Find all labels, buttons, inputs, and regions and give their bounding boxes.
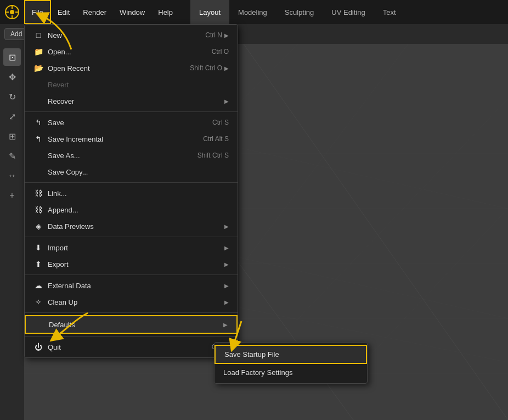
- menu-append-text: Append...: [48, 206, 78, 214]
- arrow-icon: ▶: [224, 261, 229, 267]
- menu-save-as-shortcut: Shift Ctrl S: [197, 152, 229, 159]
- menu-export-text: Export: [48, 260, 69, 268]
- tab-uv-editing-label: UV Editing: [331, 8, 365, 16]
- export-icon: ⬆: [33, 259, 43, 269]
- menu-link[interactable]: ⛓ Link...: [25, 185, 238, 201]
- help-menu-item[interactable]: Help: [151, 0, 179, 24]
- sidebar-add-icon[interactable]: +: [3, 187, 21, 204]
- recover-icon: [33, 96, 43, 106]
- menu-save-copy[interactable]: Save Copy...: [25, 164, 238, 180]
- menu-save-copy-text: Save Copy...: [48, 168, 88, 176]
- menu-append[interactable]: ⛓ Append...: [25, 201, 238, 218]
- menu-save-shortcut: Ctrl S: [212, 119, 229, 126]
- menu-link-text: Link...: [48, 189, 67, 198]
- menu-open[interactable]: 📁 Open... Ctrl O: [25, 43, 238, 60]
- sidebar-rotate-icon[interactable]: ↻: [3, 88, 21, 105]
- render-menu-item[interactable]: Render: [76, 0, 113, 24]
- menu-clean-up[interactable]: ✧ Clean Up ▶: [25, 294, 238, 310]
- submenu-save-startup[interactable]: Save Startup File: [215, 345, 367, 364]
- menu-data-previews[interactable]: ◈ Data Previews ▶: [25, 218, 238, 234]
- window-menu-item[interactable]: Window: [113, 0, 151, 24]
- menu-import[interactable]: ⬇ Import ▶: [25, 239, 238, 256]
- submenu-load-factory-label: Load Factory Settings: [223, 368, 292, 377]
- menu-new[interactable]: □ New Ctrl N ▶: [25, 27, 238, 43]
- menu-open-recent-shortcut: Shift Ctrl O ▶: [190, 64, 229, 72]
- menu-save-incremental-text: Save Incremental: [48, 135, 103, 143]
- data-previews-icon: ◈: [33, 221, 43, 231]
- open-recent-icon: 📂: [33, 63, 43, 73]
- menu-external-data[interactable]: ☁ External Data ▶: [25, 277, 238, 294]
- arrow-icon: ▶: [224, 299, 229, 305]
- arrow-icon: ▶: [224, 283, 229, 289]
- menu-open-shortcut: Ctrl O: [212, 48, 229, 55]
- menu-new-label-group: □ New: [33, 30, 62, 40]
- quit-icon: ⏻: [33, 342, 43, 352]
- menu-open-text: Open...: [48, 48, 71, 56]
- top-menu-bar: File Edit Render Window Help Layout Mode…: [0, 0, 508, 24]
- external-data-icon: ☁: [33, 281, 43, 290]
- menu-items: File Edit Render Window Help: [24, 0, 179, 24]
- file-menu-label: File: [32, 8, 43, 16]
- arrow-icon: ▶: [224, 223, 229, 229]
- tab-layout[interactable]: Layout: [190, 0, 229, 24]
- menu-save-as-text: Save As...: [48, 152, 80, 160]
- tab-modeling[interactable]: Modeling: [229, 0, 276, 24]
- save-as-icon: [33, 150, 43, 160]
- menu-external-data-text: External Data: [48, 282, 91, 290]
- menu-save-incremental[interactable]: ↰ Save Incremental Ctrl Alt S: [25, 131, 238, 147]
- svg-point-1: [10, 10, 14, 14]
- file-menu-item[interactable]: File: [24, 0, 51, 24]
- arrow-icon: ▶: [224, 245, 229, 251]
- menu-import-text: Import: [48, 244, 68, 252]
- menu-export[interactable]: ⬆ Export ▶: [25, 256, 238, 272]
- menu-save-incremental-shortcut: Ctrl Alt S: [203, 135, 229, 143]
- menu-recover[interactable]: Recover ▶: [25, 93, 238, 109]
- menu-recover-text: Recover: [48, 97, 74, 105]
- tab-text-label: Text: [383, 8, 396, 16]
- sidebar-transform-icon[interactable]: ⊞: [3, 127, 21, 145]
- window-menu-label: Window: [120, 8, 145, 16]
- menu-open-recent[interactable]: 📂 Open Recent Shift Ctrl O ▶: [25, 60, 238, 76]
- tab-layout-label: Layout: [199, 8, 221, 16]
- import-icon: ⬇: [33, 243, 43, 253]
- tab-modeling-label: Modeling: [238, 8, 267, 16]
- open-icon: 📁: [33, 47, 43, 57]
- tab-uv-editing[interactable]: UV Editing: [323, 0, 374, 24]
- sidebar-move-icon[interactable]: ✥: [3, 68, 21, 86]
- arrow-icon: ▶: [224, 98, 229, 104]
- sidebar-measure-icon[interactable]: ↔: [3, 167, 21, 184]
- separator-4: [25, 275, 238, 275]
- arrow-icon: ▶: [224, 65, 229, 71]
- menu-save[interactable]: ↰ Save Ctrl S: [25, 114, 238, 131]
- blender-logo[interactable]: [0, 0, 24, 24]
- tab-sculpting[interactable]: Sculpting: [276, 0, 323, 24]
- render-menu-label: Render: [83, 8, 106, 16]
- sidebar-annotate-icon[interactable]: ✎: [3, 147, 21, 165]
- help-menu-label: Help: [158, 8, 173, 16]
- revert-icon: [33, 80, 43, 89]
- menu-new-text: New: [48, 31, 62, 40]
- clean-up-icon: ✧: [33, 297, 43, 307]
- edit-menu-label: Edit: [58, 8, 70, 16]
- sidebar-select-icon[interactable]: ⊡: [3, 48, 21, 66]
- defaults-submenu: Save Startup File Load Factory Settings: [214, 342, 368, 384]
- menu-quit[interactable]: ⏻ Quit Ctrl Q: [25, 339, 238, 355]
- submenu-load-factory[interactable]: Load Factory Settings: [215, 364, 367, 381]
- menu-revert: Revert: [25, 76, 238, 93]
- menu-clean-up-text: Clean Up: [48, 298, 77, 306]
- add-label: Add: [10, 30, 22, 38]
- sidebar-scale-icon[interactable]: ⤢: [3, 108, 21, 125]
- save-copy-icon: [33, 167, 43, 177]
- tab-text[interactable]: Text: [374, 0, 405, 24]
- separator-5: [25, 312, 238, 313]
- file-dropdown-menu: □ New Ctrl N ▶ 📁 Open... Ctrl O 📂 Open R…: [24, 24, 238, 358]
- menu-save-as[interactable]: Save As... Shift Ctrl S: [25, 147, 238, 164]
- blender-logo-icon: [4, 4, 20, 20]
- separator-2: [25, 182, 238, 183]
- menu-data-previews-text: Data Previews: [48, 222, 94, 231]
- arrow-icon: ▶: [223, 322, 228, 328]
- new-icon: □: [33, 30, 43, 40]
- menu-defaults[interactable]: Defaults ▶: [25, 315, 238, 334]
- separator-1: [25, 111, 238, 112]
- edit-menu-item[interactable]: Edit: [51, 0, 76, 24]
